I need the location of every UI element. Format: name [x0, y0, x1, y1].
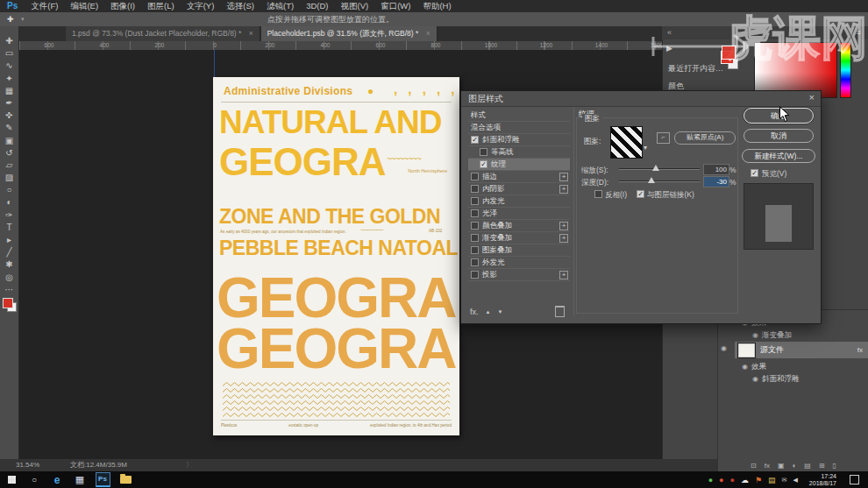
dialog-close-icon[interactable]: ×: [809, 92, 815, 103]
visibility-eye-icon[interactable]: ◉: [742, 361, 748, 372]
style-item-gradient-overlay[interactable]: 渐变叠加 +: [468, 232, 570, 244]
checkbox[interactable]: [471, 258, 479, 266]
type-tool-button[interactable]: T: [2, 222, 18, 234]
menu-select[interactable]: 选择(S): [220, 0, 260, 12]
delete-effect-icon[interactable]: [555, 306, 565, 317]
checkbox[interactable]: [471, 234, 479, 242]
add-instance-icon[interactable]: +: [559, 173, 568, 181]
snap-to-origin-button[interactable]: 贴紧原点(A): [674, 131, 736, 145]
depth-slider[interactable]: [619, 176, 700, 185]
add-instance-icon[interactable]: +: [559, 185, 568, 194]
foreground-color-chip[interactable]: [721, 51, 734, 64]
checkbox[interactable]: [471, 185, 479, 193]
path-select-tool-button[interactable]: ▸: [2, 234, 18, 246]
menu-help[interactable]: 帮助(H): [416, 0, 457, 12]
dodge-tool-button[interactable]: ◐: [2, 196, 18, 209]
checkbox[interactable]: [471, 222, 479, 230]
tool-preset-dropdown-icon[interactable]: ▾: [21, 12, 25, 26]
scale-slider[interactable]: [619, 164, 700, 173]
add-instance-icon[interactable]: +: [559, 234, 568, 243]
checkbox[interactable]: [471, 271, 479, 279]
clone-stamp-tool-button[interactable]: ▣: [2, 135, 18, 147]
marquee-tool-button[interactable]: ▭: [2, 47, 18, 60]
layer-row-gradient-overlay[interactable]: ◉ 渐变叠加: [735, 329, 868, 341]
invert-checkbox[interactable]: [594, 190, 602, 198]
zoom-level-field[interactable]: 31.54%: [16, 459, 39, 471]
blend-options-item[interactable]: 混合选项: [468, 122, 570, 134]
action-center-icon[interactable]: [850, 475, 859, 484]
layer-thumbnail[interactable]: [738, 343, 755, 357]
tab-document-1[interactable]: 1.psd @ 73.3% (Dust Jacket Placeholder, …: [66, 26, 260, 41]
layer-style-icon[interactable]: fx: [765, 462, 770, 470]
checkbox[interactable]: [471, 173, 479, 180]
menu-image[interactable]: 图像(I): [104, 0, 141, 12]
layer-mask-icon[interactable]: ▣: [778, 462, 785, 470]
gradient-tool-button[interactable]: ▨: [2, 172, 18, 184]
layer-row-effects-2[interactable]: ◉ 效果: [735, 361, 868, 372]
style-item-color-overlay[interactable]: 颜色叠加 +: [468, 220, 570, 232]
new-layer-icon[interactable]: ⊞: [819, 462, 825, 470]
eyedropper-tool-button[interactable]: ✒: [2, 97, 18, 110]
layer-row-bevel-emboss[interactable]: ◉ 斜面和浮雕: [735, 373, 868, 385]
lasso-tool-button[interactable]: ∿: [2, 60, 18, 72]
shape-tool-button[interactable]: ╱: [2, 246, 18, 258]
delete-layer-icon[interactable]: ▯: [833, 462, 836, 470]
dialog-title[interactable]: 图层样式: [461, 91, 821, 107]
invert-label[interactable]: 反相(I): [605, 190, 627, 201]
calculator-icon[interactable]: ▦: [68, 474, 91, 485]
style-item-drop-shadow[interactable]: 投影 +: [468, 269, 570, 281]
layer-row-source-file-selected[interactable]: 源文件 fx: [735, 342, 868, 358]
add-instance-icon[interactable]: +: [559, 271, 568, 279]
blur-tool-button[interactable]: ○: [2, 184, 18, 196]
taskbar-clock[interactable]: 17:24 2018/8/17: [809, 473, 836, 487]
visibility-eye-icon[interactable]: ◉: [752, 329, 758, 341]
pen-tool-button[interactable]: ✑: [2, 209, 18, 222]
pattern-thumbnail[interactable]: [610, 126, 643, 159]
cortana-search-button[interactable]: ○: [23, 475, 46, 484]
edit-toolbar-button[interactable]: ⋯: [2, 284, 18, 296]
healing-brush-tool-button[interactable]: ✜: [2, 110, 18, 122]
crop-tool-button[interactable]: ▦: [2, 85, 18, 97]
menu-type[interactable]: 文字(Y): [181, 0, 221, 12]
new-style-button[interactable]: 新建样式(W)...: [742, 149, 815, 163]
tab-close-icon[interactable]: ×: [426, 29, 430, 38]
tab-document-2-active[interactable]: Placeholder1.psb @ 31.5% (源文件, RGB/8) * …: [261, 26, 438, 41]
style-item-pattern-overlay[interactable]: 图案叠加: [468, 244, 570, 257]
tray-folder-icon[interactable]: ▤: [768, 476, 776, 484]
menu-layer[interactable]: 图层(L): [141, 0, 181, 12]
new-preset-icon[interactable]: ⌐: [657, 132, 670, 144]
add-instance-icon[interactable]: +: [559, 222, 568, 230]
pattern-dropdown-icon[interactable]: ▾: [644, 144, 647, 152]
tray-icon-red[interactable]: ●: [719, 476, 723, 484]
style-item-stroke[interactable]: 描边 +: [468, 171, 570, 183]
file-explorer-icon[interactable]: [114, 475, 137, 485]
edge-browser-icon[interactable]: e: [46, 474, 68, 486]
link-with-layer-checkbox[interactable]: ✓: [637, 190, 644, 198]
adjustment-layer-icon[interactable]: ◐: [792, 462, 796, 470]
tray-mail-icon[interactable]: ✉: [782, 477, 787, 484]
checkbox[interactable]: [480, 148, 487, 156]
poster-document[interactable]: Administrative Divisions ● , , , , , NAT…: [213, 77, 459, 435]
tray-flag-icon[interactable]: ⚑: [755, 476, 762, 484]
checkbox[interactable]: [471, 197, 479, 205]
depth-slider-thumb[interactable]: [648, 177, 655, 183]
style-item-texture-selected[interactable]: ✓ 纹理: [468, 159, 570, 171]
status-chevron-icon[interactable]: 〉: [186, 459, 193, 471]
move-down-icon[interactable]: ▼: [497, 309, 502, 315]
visibility-eye-icon[interactable]: ◉: [721, 344, 727, 352]
color-swatches[interactable]: [3, 298, 17, 312]
move-tool-icon[interactable]: ✚: [7, 12, 14, 26]
cancel-button[interactable]: 取消: [743, 129, 814, 143]
styles-header[interactable]: 样式: [468, 110, 570, 122]
menu-window[interactable]: 窗口(W): [374, 0, 416, 12]
quick-select-tool-button[interactable]: ✦: [2, 73, 18, 85]
scale-slider-thumb[interactable]: [652, 165, 659, 171]
fx-footer-label[interactable]: fx.: [470, 308, 479, 316]
checkbox-checked[interactable]: ✓: [471, 136, 479, 144]
style-item-outer-glow[interactable]: 外发光: [468, 257, 570, 269]
start-button[interactable]: [0, 475, 23, 485]
checkbox[interactable]: [471, 209, 479, 217]
menu-file[interactable]: 文件(F): [25, 0, 64, 12]
move-up-icon[interactable]: ▲: [486, 309, 491, 315]
depth-value-input[interactable]: -30: [703, 176, 729, 187]
